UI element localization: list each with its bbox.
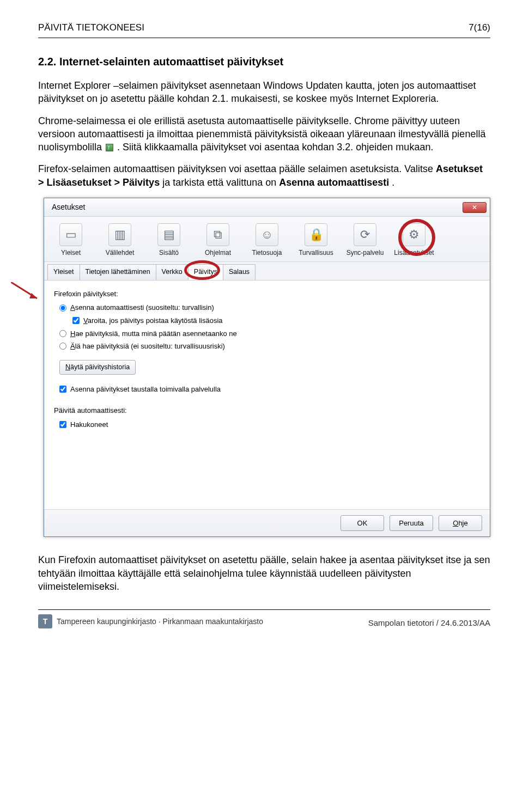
library-logo-icon: T (38, 614, 52, 628)
option-never-check[interactable]: Älä hae päivityksiä (ei suositeltu: turv… (59, 341, 480, 351)
option-search-engines[interactable]: Hakukoneet (59, 420, 480, 430)
category-sisältö[interactable]: ▤Sisältö (144, 221, 193, 261)
subtab-päivitys[interactable]: Päivitys (188, 264, 223, 280)
header-page-number: 7(16) (469, 22, 490, 34)
category-icon: ⧉ (206, 223, 229, 246)
paragraph-1: Internet Explorer –selaimen päivitykset … (38, 79, 490, 106)
header-left: PÄIVITÄ TIETOKONEESI (38, 22, 144, 34)
page-header: PÄIVITÄ TIETOKONEESI 7(16) (38, 22, 490, 34)
category-icon: 🔒 (305, 223, 327, 246)
dialog-footer: OK Peruuta Ohje (44, 509, 490, 537)
radio-never-check[interactable] (59, 343, 66, 350)
auto-update-group-label: Päivitä automaattisesti: (54, 406, 480, 416)
footer-right-text: Sampolan tietotori / 24.6.2013/AA (368, 618, 490, 628)
radio-install-automatically[interactable] (59, 304, 66, 312)
paragraph-3: Firefox-selaimen automaattisen päivityks… (38, 162, 490, 189)
red-pointer-arrow (11, 282, 44, 304)
page-footer: T Tampereen kaupunginkirjasto · Pirkanma… (38, 614, 490, 628)
checkbox-background-service[interactable] (59, 386, 66, 393)
category-icon: ▤ (157, 223, 180, 246)
firefox-updates-group-label: Firefoxin päivitykset: (54, 289, 480, 299)
footer-rule (38, 609, 490, 610)
category-turvallisuus[interactable]: 🔒Turvallisuus (291, 221, 340, 261)
category-yleiset[interactable]: ▭Yleiset (46, 221, 95, 261)
checkbox-warn-addons[interactable] (72, 317, 80, 324)
dialog-titlebar: Asetukset ✕ (44, 198, 490, 217)
chrome-update-arrow-icon (106, 144, 113, 151)
subtab-yleiset[interactable]: Yleiset (47, 264, 80, 280)
option-background-service[interactable]: Asenna päivitykset taustalla toimivalla … (59, 384, 480, 394)
cancel-button[interactable]: Peruuta (390, 515, 433, 532)
firefox-settings-dialog: Asetukset ✕ ▭Yleiset▥Välilehdet▤Sisältö⧉… (44, 198, 490, 537)
header-rule (38, 38, 490, 38)
section-title: 2.2. Internet-selainten automaattiset pä… (38, 54, 490, 69)
footer-logo: T Tampereen kaupunginkirjasto · Pirkanma… (38, 614, 263, 628)
red-highlight-ring (398, 219, 435, 256)
help-button[interactable]: Ohje (439, 515, 482, 532)
footer-logo-text: Tampereen kaupunginkirjasto · Pirkanmaan… (57, 616, 263, 627)
checkbox-search-engines[interactable] (59, 421, 66, 428)
subtab-verkko[interactable]: Verkko (156, 264, 188, 280)
close-button[interactable]: ✕ (463, 202, 486, 213)
ok-button[interactable]: OK (340, 515, 384, 532)
subtab-salaus[interactable]: Salaus (223, 264, 256, 280)
category-icon: ⟳ (354, 223, 376, 246)
radio-check-but-ask[interactable] (59, 330, 66, 337)
category-tietosuoja[interactable]: ☺Tietosuoja (242, 221, 291, 261)
category-sync-palvelu[interactable]: ⟳Sync-palvelu (340, 221, 390, 261)
subtab-tietojen lähettäminen[interactable]: Tietojen lähettäminen (80, 264, 156, 280)
option-install-automatically[interactable]: Asenna automaattisesti (suositeltu: turv… (59, 303, 480, 313)
category-icon: ▥ (108, 223, 131, 246)
category-icon: ☺ (256, 223, 278, 246)
show-update-history-button[interactable]: Näytä päivityshistoria (59, 360, 136, 375)
paragraph-2: Chrome-selaimessa ei ole erillistä asetu… (38, 114, 490, 154)
category-lisäasetukset[interactable]: ⚙Lisäasetukset (390, 221, 439, 261)
paragraph-4: Kun Firefoxin automaattiset päivitykset … (38, 553, 490, 593)
category-välilehdet[interactable]: ▥Välilehdet (95, 221, 144, 261)
dialog-category-toolbar: ▭Yleiset▥Välilehdet▤Sisältö⧉Ohjelmat☺Tie… (44, 217, 490, 262)
category-ohjelmat[interactable]: ⧉Ohjelmat (193, 221, 242, 261)
red-highlight-ring (184, 260, 220, 280)
dialog-title: Asetukset (52, 202, 85, 212)
dialog-body: Firefoxin päivitykset: Asenna automaatti… (44, 280, 490, 509)
category-icon: ▭ (59, 223, 82, 246)
advanced-subtabs: YleisetTietojen lähettäminenVerkkoPäivit… (44, 262, 490, 280)
option-warn-addons[interactable]: Varoita, jos päivitys poistaa käytöstä l… (72, 316, 480, 326)
option-check-but-ask[interactable]: Hae päivityksiä, mutta minä päätän asenn… (59, 329, 480, 339)
